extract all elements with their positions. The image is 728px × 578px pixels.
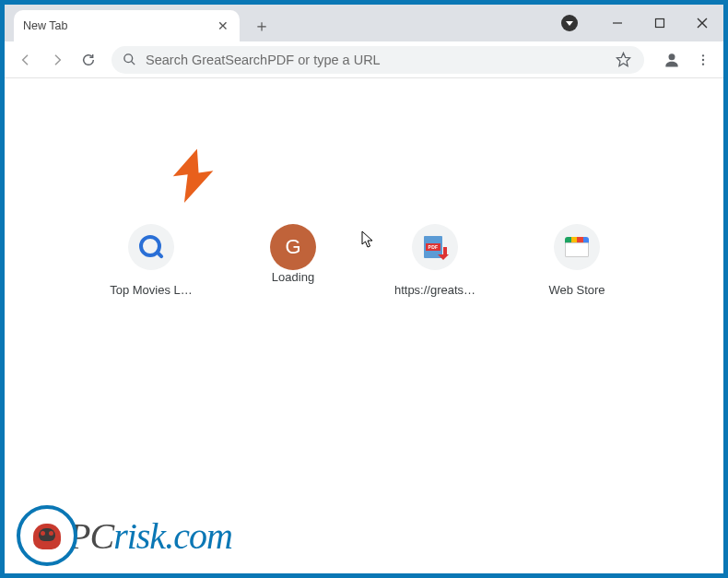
svg-marker-11 [170, 147, 217, 204]
letter-g-icon: G [270, 224, 316, 270]
toolbar [5, 41, 723, 78]
maximize-button[interactable] [639, 5, 681, 41]
svg-point-9 [702, 58, 704, 60]
shortcut-grid: Top Movies L… G Loading PDF https://grea… [5, 224, 723, 297]
shortcut-label: Loading [272, 270, 314, 284]
address-input[interactable] [146, 53, 613, 67]
watermark: PCrisk.com [17, 505, 232, 566]
svg-line-5 [131, 61, 135, 65]
svg-point-7 [669, 53, 675, 60]
shortcut-label: https://greats… [394, 283, 476, 297]
watermark-bug-icon [17, 505, 77, 566]
extension-badge-icon[interactable] [561, 15, 578, 31]
pdf-download-icon: PDF [412, 224, 458, 270]
minimize-button[interactable] [596, 5, 639, 41]
close-icon[interactable]: ✕ [216, 18, 230, 33]
shortcut-label: Web Store [548, 283, 605, 297]
tab-active[interactable]: New Tab ✕ [14, 10, 240, 41]
address-bar[interactable] [112, 46, 644, 74]
svg-marker-6 [616, 53, 629, 65]
bookmark-star-icon[interactable] [613, 52, 633, 67]
watermark-text: PCrisk.com [68, 514, 232, 558]
reload-button[interactable] [75, 46, 102, 74]
callout-arrow-icon [170, 147, 221, 205]
search-icon [123, 53, 136, 66]
tab-title: New Tab [23, 19, 216, 32]
svg-point-8 [702, 54, 704, 56]
web-store-icon [554, 224, 600, 270]
shortcut-greatsearch[interactable]: PDF https://greats… [384, 224, 486, 297]
forward-button[interactable] [43, 46, 71, 74]
kebab-menu-icon[interactable] [690, 47, 716, 73]
close-window-button[interactable] [681, 5, 723, 41]
new-tab-button[interactable]: ＋ [249, 13, 275, 39]
shortcut-web-store[interactable]: Web Store [526, 224, 628, 297]
back-button[interactable] [12, 46, 40, 74]
profile-button[interactable] [659, 47, 685, 73]
window-controls [561, 5, 723, 41]
svg-point-10 [702, 63, 704, 65]
titlebar: New Tab ✕ ＋ [5, 5, 723, 41]
svg-rect-1 [656, 19, 664, 28]
page-content: Top Movies L… G Loading PDF https://grea… [5, 78, 723, 573]
shortcut-top-movies[interactable]: Top Movies L… [100, 224, 202, 297]
browser-window: New Tab ✕ ＋ [5, 5, 723, 573]
shortcut-loading[interactable]: G Loading [242, 224, 344, 297]
shortcut-label: Top Movies L… [110, 283, 193, 297]
magnify-icon [128, 224, 174, 270]
svg-point-4 [124, 54, 133, 63]
